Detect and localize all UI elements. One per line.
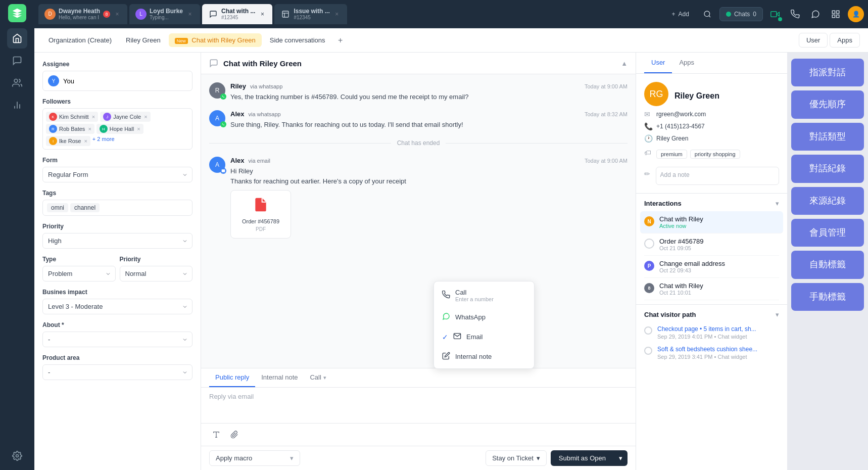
- tab-close-issue[interactable]: ×: [333, 10, 341, 18]
- product-area-select[interactable]: -: [42, 364, 192, 380]
- svg-line-9: [709, 16, 710, 17]
- interactions-chevron[interactable]: ▾: [776, 200, 779, 207]
- dot-p: P: [644, 261, 654, 271]
- tab-dwayne[interactable]: D Dwayne Heath Hello, where can I 8 ×: [38, 4, 127, 24]
- visitor-path-chevron[interactable]: ▾: [776, 311, 779, 318]
- tab-close-loyd[interactable]: ×: [186, 10, 194, 18]
- tab-chat[interactable]: Chat with ... #12345 ×: [202, 4, 272, 24]
- chat-header-icon: [209, 59, 218, 68]
- submit-btn[interactable]: Submit as Open: [551, 450, 614, 466]
- dropdown-email[interactable]: ✓ Email: [434, 327, 534, 347]
- remove-follower-hope[interactable]: ×: [137, 126, 140, 132]
- dropdown-internal[interactable]: Internal note: [434, 347, 534, 366]
- right-tab-user[interactable]: User: [644, 53, 672, 73]
- tab-public-reply[interactable]: Public reply: [209, 368, 255, 387]
- add-button[interactable]: + Add: [666, 8, 695, 21]
- chinese-btn-4[interactable]: 來源紀錄: [791, 187, 864, 215]
- whatsapp-button[interactable]: [807, 6, 824, 22]
- interaction-title-2: Change email address: [659, 260, 725, 267]
- right-panel: User Apps RG Riley Green ✉ rgreen@work.c…: [636, 53, 787, 470]
- chat-header-chevron[interactable]: ▲: [621, 60, 628, 67]
- tab-call[interactable]: Call ▾: [304, 368, 332, 387]
- grid-button[interactable]: [828, 6, 844, 22]
- tab-loyd[interactable]: L Loyd Burke Typing... ×: [129, 4, 200, 24]
- chinese-btn-2[interactable]: 對話類型: [791, 123, 864, 151]
- sidebar-home[interactable]: [7, 28, 27, 49]
- chinese-btn-5[interactable]: 會員管理: [791, 219, 864, 247]
- right-tab-apps[interactable]: Apps: [672, 53, 701, 73]
- tags-box[interactable]: omni channel: [42, 200, 192, 216]
- dot-s: 8: [644, 283, 654, 293]
- top-actions: + Add Chats 0 👤: [666, 6, 864, 22]
- svg-point-4: [16, 455, 19, 457]
- chats-button[interactable]: Chats 0: [719, 7, 763, 21]
- chinese-btn-7[interactable]: 手動標籤: [791, 283, 864, 311]
- note-input[interactable]: Add a note: [656, 167, 779, 185]
- message-alex-2: A Alex via email Today at 9:00 AM Hi Ril…: [209, 157, 628, 239]
- chinese-btn-0[interactable]: 指派對話: [791, 59, 864, 86]
- sidebar-reports[interactable]: [7, 95, 27, 115]
- subnav-riley[interactable]: Riley Green: [120, 33, 167, 47]
- chinese-btn-1[interactable]: 優先順序: [791, 90, 864, 118]
- bottom-bar: Apply macro ▾ Stay on Ticket ▾ Submit as…: [201, 446, 636, 470]
- interaction-email-change[interactable]: P Change email address Oct 22 09:43: [644, 256, 779, 278]
- sidebar-contacts[interactable]: [7, 73, 27, 93]
- assignee-selector[interactable]: Y You: [42, 71, 192, 91]
- form-select[interactable]: Regular Form: [42, 167, 192, 182]
- stay-btn[interactable]: Stay on Ticket ▾: [486, 450, 547, 466]
- sidebar-settings[interactable]: [7, 446, 27, 466]
- about-select[interactable]: -: [42, 332, 192, 347]
- visitor-link-1[interactable]: Soft & soft bedsheets cushion shee...: [657, 346, 757, 353]
- user-avatar[interactable]: 👤: [848, 6, 864, 22]
- tab-name-issue: Issue with ...: [294, 8, 329, 15]
- tab-close-dwayne[interactable]: ×: [113, 10, 121, 18]
- interaction-order[interactable]: Order #456789 Oct 21 09:05: [644, 233, 779, 256]
- business-impact-select[interactable]: Level 3 - Moderate: [42, 299, 192, 314]
- dropdown-call[interactable]: Call Enter a number: [434, 284, 534, 307]
- tab-issue[interactable]: Issue with ... #12345 ×: [274, 4, 347, 24]
- attach-btn[interactable]: [227, 428, 242, 442]
- user-tab-btn[interactable]: User: [799, 33, 828, 48]
- submit-dropdown-btn[interactable]: ▾: [614, 450, 628, 466]
- interaction-chat-2[interactable]: 8 Chat with Riley Oct 21 10:01: [644, 278, 779, 300]
- search-button[interactable]: [699, 6, 715, 22]
- subnav-side-conversations[interactable]: Side conversations: [264, 33, 331, 47]
- text-format-btn[interactable]: [209, 428, 223, 442]
- remove-follower-kim[interactable]: ×: [92, 114, 95, 120]
- visitor-link-0[interactable]: Checkout page • 5 items in cart, sh...: [657, 325, 756, 333]
- app-logo[interactable]: [8, 4, 26, 22]
- whatsapp-badge-2: [220, 121, 226, 127]
- tag-channel: channel: [70, 203, 100, 212]
- reply-input[interactable]: Reply via email: [201, 388, 636, 423]
- dropdown-whatsapp[interactable]: WhatsApp: [434, 307, 534, 327]
- video-button[interactable]: [767, 6, 783, 22]
- priority-select[interactable]: High: [42, 233, 192, 249]
- sidebar-conversations[interactable]: [7, 51, 27, 71]
- macro-select[interactable]: Apply macro ▾: [209, 450, 300, 466]
- email-icon-contact: ✉: [644, 110, 652, 118]
- msg-avatar-alex-1: A: [209, 110, 225, 126]
- file-attachment[interactable]: Order #456789 PDF: [230, 190, 291, 239]
- remove-follower-ike[interactable]: ×: [84, 138, 87, 144]
- interaction-active[interactable]: N Chat with Riley Active now: [640, 211, 783, 233]
- chinese-btn-3[interactable]: 對話紀錄: [791, 155, 864, 182]
- apps-tab-btn[interactable]: Apps: [830, 33, 860, 48]
- type-select[interactable]: Problem: [42, 266, 116, 281]
- tag-priority: priority shopping: [690, 150, 740, 159]
- remove-follower-rob[interactable]: ×: [88, 126, 91, 132]
- tab-close-chat[interactable]: ×: [258, 10, 266, 18]
- more-followers-link[interactable]: + 2 more: [92, 136, 115, 146]
- subnav-add[interactable]: +: [333, 33, 348, 48]
- macro-label: Apply macro: [216, 454, 252, 462]
- visitor-dot-1: [644, 347, 652, 355]
- subnav-chat-riley[interactable]: New Chat with Riley Green: [169, 33, 262, 47]
- tab-internal-note[interactable]: Internal note: [255, 368, 304, 387]
- svg-rect-12: [832, 11, 835, 13]
- phone-button[interactable]: [787, 6, 803, 22]
- priority-col-select[interactable]: Normal: [120, 266, 193, 281]
- message-riley: R Riley via whatsapp Today at 9:00 AM Ye…: [209, 82, 628, 102]
- interactions-header: Interactions ▾: [636, 193, 787, 211]
- chinese-btn-6[interactable]: 自動標籤: [791, 251, 864, 278]
- subnav-org[interactable]: Organization (Create): [42, 33, 118, 47]
- remove-follower-jayne[interactable]: ×: [144, 114, 147, 120]
